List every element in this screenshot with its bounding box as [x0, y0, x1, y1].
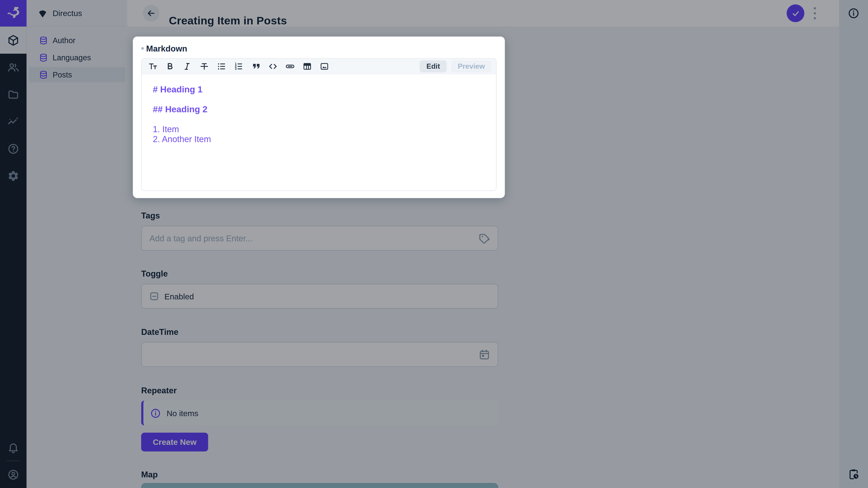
numbered-list-button[interactable]: 1 2 3: [234, 61, 243, 71]
strikethrough-button[interactable]: [199, 61, 209, 71]
editor-mode-group: Edit Preview: [420, 60, 492, 72]
markdown-editor: 1 2 3: [141, 58, 496, 191]
field-label-markdown: Markdown: [146, 43, 187, 53]
markdown-toolbar: 1 2 3: [142, 59, 496, 74]
preview-tab[interactable]: Preview: [451, 60, 492, 72]
table-button[interactable]: [302, 61, 312, 71]
bold-button[interactable]: [165, 61, 175, 71]
edited-dot: [141, 47, 144, 50]
heading-button[interactable]: [148, 61, 158, 71]
markdown-line: 1. Item: [153, 125, 485, 134]
link-button[interactable]: [285, 61, 295, 71]
code-button[interactable]: [268, 61, 278, 71]
markdown-line: ## Heading 2: [153, 105, 485, 115]
markdown-line: 2. Another Item: [153, 134, 485, 144]
markdown-line: # Heading 1: [153, 85, 485, 95]
quote-button[interactable]: [251, 61, 260, 71]
svg-text:3: 3: [235, 67, 237, 70]
edit-tab[interactable]: Edit: [420, 60, 447, 72]
directus-app: Directus Author Languages Posts: [0, 0, 868, 488]
image-button[interactable]: [319, 61, 329, 71]
bulleted-list-button[interactable]: [217, 61, 226, 71]
italic-button[interactable]: [182, 61, 192, 71]
markdown-label-row: Markdown: [141, 43, 496, 53]
markdown-field-card: Markdown: [133, 37, 505, 198]
markdown-textarea[interactable]: # Heading 1 ## Heading 2 1. Item 2. Anot…: [142, 74, 496, 190]
